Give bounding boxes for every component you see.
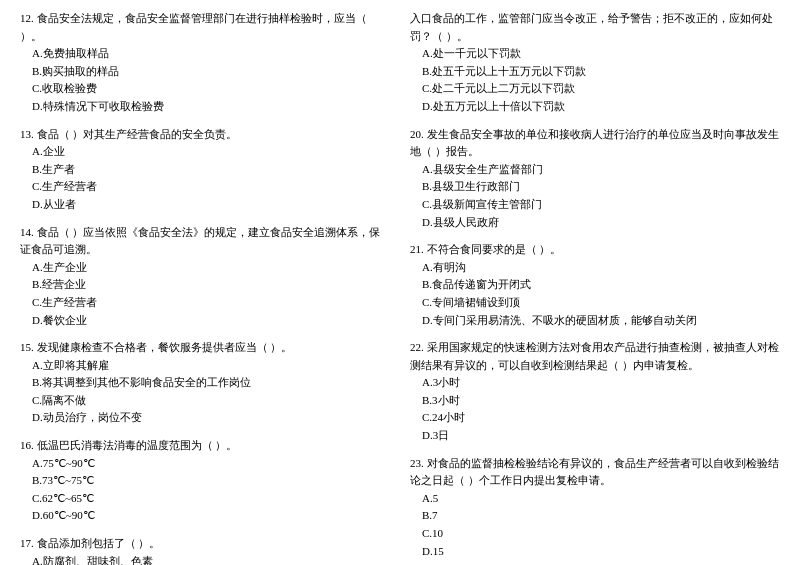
q15-opt-a: A.立即将其解雇: [20, 357, 390, 375]
q13-title: 13. 食品（ ）对其生产经营食品的安全负责。: [20, 126, 390, 144]
q16-opt-b: B.73℃~75℃: [20, 472, 390, 490]
question-20: 20. 发生食品安全事故的单位和接收病人进行治疗的单位应当及时向事故发生地（ ）…: [410, 126, 780, 232]
q16-title: 16. 低温巴氏消毒法消毒的温度范围为（ ）。: [20, 437, 390, 455]
q12-opt-d: D.特殊情况下可收取检验费: [20, 98, 390, 116]
q19b-opt-d: D.处五万元以上十倍以下罚款: [410, 98, 780, 116]
q20-opt-d: D.县级人民政府: [410, 214, 780, 232]
q15-opt-d: D.动员治疗，岗位不变: [20, 409, 390, 427]
q13-opt-b: B.生产者: [20, 161, 390, 179]
q14-opt-a: A.生产企业: [20, 259, 390, 277]
q22-opt-a: A.3小时: [410, 374, 780, 392]
q19b-opt-b: B.处五千元以上十五万元以下罚款: [410, 63, 780, 81]
q20-title: 20. 发生食品安全事故的单位和接收病人进行治疗的单位应当及时向事故发生地（ ）…: [410, 126, 780, 161]
q16-opt-c: C.62℃~65℃: [20, 490, 390, 508]
q21-title: 21. 不符合食同要求的是（ ）。: [410, 241, 780, 259]
q17-opt-a: A.防腐剂、甜味剂、色素: [20, 553, 390, 565]
question-21: 21. 不符合食同要求的是（ ）。 A.有明沟 B.食品传递窗为开闭式 C.专间…: [410, 241, 780, 329]
q12-title: 12. 食品安全法规定，食品安全监督管理部门在进行抽样检验时，应当（ ）。: [20, 10, 390, 45]
q15-opt-c: C.隔离不做: [20, 392, 390, 410]
question-16: 16. 低温巴氏消毒法消毒的温度范围为（ ）。 A.75℃~90℃ B.73℃~…: [20, 437, 390, 525]
q23-opt-b: B.7: [410, 507, 780, 525]
q23-opt-d: D.15: [410, 543, 780, 561]
q20-opt-c: C.县级新闻宣传主管部门: [410, 196, 780, 214]
left-column: 12. 食品安全法规定，食品安全监督管理部门在进行抽样检验时，应当（ ）。 A.…: [20, 10, 390, 565]
q20-opt-b: B.县级卫生行政部门: [410, 178, 780, 196]
q21-opt-d: D.专间门采用易清洗、不吸水的硬固材质，能够自动关闭: [410, 312, 780, 330]
question-13: 13. 食品（ ）对其生产经营食品的安全负责。 A.企业 B.生产者 C.生产经…: [20, 126, 390, 214]
q16-opt-d: D.60℃~90℃: [20, 507, 390, 525]
q22-opt-c: C.24小时: [410, 409, 780, 427]
q23-opt-c: C.10: [410, 525, 780, 543]
q23-opt-a: A.5: [410, 490, 780, 508]
question-12: 12. 食品安全法规定，食品安全监督管理部门在进行抽样检验时，应当（ ）。 A.…: [20, 10, 390, 116]
page-container: 12. 食品安全法规定，食品安全监督管理部门在进行抽样检验时，应当（ ）。 A.…: [20, 10, 780, 565]
right-column: 入口食品的工作，监管部门应当令改正，给予警告；拒不改正的，应如何处罚？（ ）。 …: [410, 10, 780, 565]
q20-opt-a: A.县级安全生产监督部门: [410, 161, 780, 179]
question-14: 14. 食品（ ）应当依照《食品安全法》的规定，建立食品安全追溯体系，保证食品可…: [20, 224, 390, 330]
q22-title: 22. 采用国家规定的快速检测方法对食用农产品进行抽查检测，被抽查人对检测结果有…: [410, 339, 780, 374]
q19b-title: 入口食品的工作，监管部门应当令改正，给予警告；拒不改正的，应如何处罚？（ ）。: [410, 10, 780, 45]
q12-opt-c: C.收取检验费: [20, 80, 390, 98]
question-19b: 入口食品的工作，监管部门应当令改正，给予警告；拒不改正的，应如何处罚？（ ）。 …: [410, 10, 780, 116]
q12-opt-a: A.免费抽取样品: [20, 45, 390, 63]
q13-opt-a: A.企业: [20, 143, 390, 161]
q22-opt-d: D.3日: [410, 427, 780, 445]
q14-title: 14. 食品（ ）应当依照《食品安全法》的规定，建立食品安全追溯体系，保证食品可…: [20, 224, 390, 259]
q19b-opt-c: C.处二千元以上二万元以下罚款: [410, 80, 780, 98]
q14-opt-c: C.生产经营者: [20, 294, 390, 312]
question-15: 15. 发现健康检查不合格者，餐饮服务提供者应当（ ）。 A.立即将其解雇 B.…: [20, 339, 390, 427]
content-columns: 12. 食品安全法规定，食品安全监督管理部门在进行抽样检验时，应当（ ）。 A.…: [20, 10, 780, 565]
q12-opt-b: B.购买抽取的样品: [20, 63, 390, 81]
q21-opt-b: B.食品传递窗为开闭式: [410, 276, 780, 294]
question-22: 22. 采用国家规定的快速检测方法对食用农产品进行抽查检测，被抽查人对检测结果有…: [410, 339, 780, 445]
q17-title: 17. 食品添加剂包括了（ ）。: [20, 535, 390, 553]
q14-opt-b: B.经营企业: [20, 276, 390, 294]
q15-opt-b: B.将其调整到其他不影响食品安全的工作岗位: [20, 374, 390, 392]
q13-opt-d: D.从业者: [20, 196, 390, 214]
question-23: 23. 对食品的监督抽检检验结论有异议的，食品生产经营者可以自收到检验结论之日起…: [410, 455, 780, 561]
q13-opt-c: C.生产经营者: [20, 178, 390, 196]
q21-opt-a: A.有明沟: [410, 259, 780, 277]
q15-title: 15. 发现健康检查不合格者，餐饮服务提供者应当（ ）。: [20, 339, 390, 357]
q23-title: 23. 对食品的监督抽检检验结论有异议的，食品生产经营者可以自收到检验结论之日起…: [410, 455, 780, 490]
q19b-opt-a: A.处一千元以下罚款: [410, 45, 780, 63]
q16-opt-a: A.75℃~90℃: [20, 455, 390, 473]
question-17: 17. 食品添加剂包括了（ ）。 A.防腐剂、甜味剂、色素 B.调味剂、抗氧剂、…: [20, 535, 390, 565]
q21-opt-c: C.专间墙裙铺设到顶: [410, 294, 780, 312]
q22-opt-b: B.3小时: [410, 392, 780, 410]
q14-opt-d: D.餐饮企业: [20, 312, 390, 330]
